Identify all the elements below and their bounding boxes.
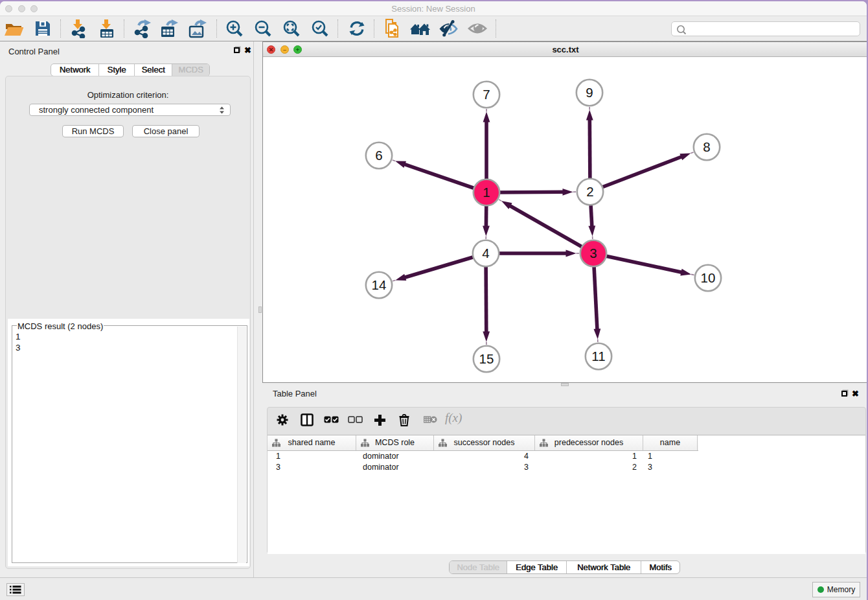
- svg-text:8: 8: [703, 139, 710, 154]
- svg-text:1: 1: [483, 185, 490, 200]
- svg-text:9: 9: [586, 85, 593, 100]
- svg-text:10: 10: [701, 270, 716, 285]
- svg-text:14: 14: [372, 277, 387, 292]
- svg-text:15: 15: [479, 351, 494, 366]
- svg-text:7: 7: [483, 87, 490, 102]
- svg-text:3: 3: [589, 246, 597, 260]
- svg-text:6: 6: [375, 148, 382, 163]
- svg-text:11: 11: [591, 349, 605, 363]
- svg-text:4: 4: [482, 246, 489, 260]
- svg-text:2: 2: [586, 184, 593, 199]
